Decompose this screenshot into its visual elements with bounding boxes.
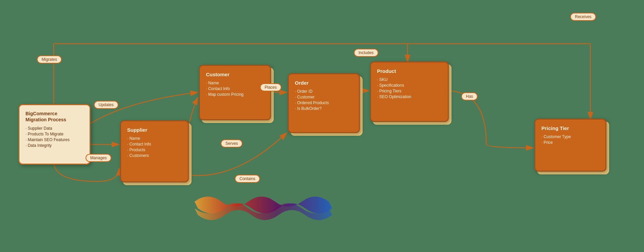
order-card: Order Order ID Customer Ordered Products…	[288, 73, 360, 133]
supplier-card: Supplier Name Contact Info Products Cust…	[120, 120, 189, 182]
supplier-item-3: Products	[127, 148, 182, 152]
customer-title: Customer	[206, 71, 264, 78]
order-card-wrapper: Order Order ID Customer Ordered Products…	[288, 73, 360, 133]
product-item-1: SKU	[377, 77, 442, 82]
product-item-4: SEO Optimization	[377, 94, 442, 99]
product-card-wrapper: Product SKU Specifications Pricing Tiers…	[370, 61, 449, 122]
label-updates: Updates	[94, 101, 118, 109]
order-item-1: Order ID	[295, 89, 353, 94]
pricing-list: Customer Type Price	[541, 134, 599, 145]
pricing-card: Pricing Tier Customer Type Price	[534, 119, 606, 172]
migration-card: BigCommerce Migration Process Supplier D…	[18, 104, 91, 165]
migration-item-2: Products To Migrate	[25, 132, 84, 136]
supplier-list: Name Contact Info Products Customers	[127, 136, 182, 158]
migration-title: BigCommerce Migration Process	[25, 111, 84, 123]
migration-list: Supplier Data Products To Migrate Mainta…	[25, 126, 84, 148]
customer-card-wrapper: Customer Name Contact Info Map custom Pr…	[199, 65, 271, 120]
customer-list: Name Contact Info Map custom Pricing	[206, 81, 264, 97]
pricing-card-wrapper: Pricing Tier Customer Type Price	[534, 119, 606, 172]
label-receives: Receives	[570, 13, 596, 21]
supplier-item-4: Customers	[127, 153, 182, 158]
customer-item-2: Contact Info	[206, 86, 264, 91]
order-item-2: Customer	[295, 95, 353, 99]
pricing-item-2: Price	[541, 140, 599, 145]
supplier-item-2: Contact Info	[127, 142, 182, 146]
order-item-3: Ordered Products	[295, 100, 353, 105]
label-includes: Includes	[354, 49, 378, 57]
product-card: Product SKU Specifications Pricing Tiers…	[370, 61, 449, 122]
product-list: SKU Specifications Pricing Tiers SEO Opt…	[377, 77, 442, 99]
migration-item-3: Maintain SEO Features	[25, 137, 84, 142]
supplier-title: Supplier	[127, 127, 182, 133]
customer-item-3: Map custom Pricing	[206, 92, 264, 97]
pricing-item-1: Customer Type	[541, 134, 599, 139]
migration-item-1: Supplier Data	[25, 126, 84, 131]
customer-item-1: Name	[206, 81, 264, 85]
label-contains: Contains	[235, 175, 260, 183]
product-item-2: Specifications	[377, 83, 442, 88]
pricing-title: Pricing Tier	[541, 125, 599, 132]
order-item-4: Is BulkOrder?	[295, 106, 353, 111]
label-serves: Serves	[221, 139, 243, 148]
decorative-ribbon	[188, 185, 339, 234]
label-places: Places	[260, 83, 281, 91]
label-has: Has	[461, 92, 478, 100]
customer-card: Customer Name Contact Info Map custom Pr…	[199, 65, 271, 120]
product-title: Product	[377, 68, 442, 75]
migration-item-4: Data Integrity	[25, 143, 84, 148]
order-list: Order ID Customer Ordered Products Is Bu…	[295, 89, 353, 111]
supplier-item-1: Name	[127, 136, 182, 141]
diagram-container: Migrates Updates Manages Serves Places I…	[0, 0, 644, 252]
order-title: Order	[295, 80, 353, 86]
label-manages: Manages	[86, 154, 111, 162]
supplier-card-wrapper: Supplier Name Contact Info Products Cust…	[120, 120, 189, 182]
label-migrates: Migrates	[37, 55, 62, 64]
product-item-3: Pricing Tiers	[377, 89, 442, 93]
